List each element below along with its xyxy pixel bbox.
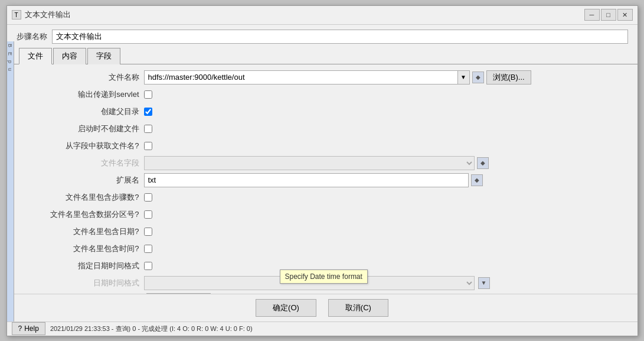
create-parent-label: 创建父目录 xyxy=(26,106,144,117)
filename-from-field-control xyxy=(144,142,152,150)
help-icon: ? xyxy=(18,324,22,333)
datetime-format-dropdown-btn[interactable]: ▼ xyxy=(478,277,490,289)
cancel-button[interactable]: 取消(C) xyxy=(328,299,388,317)
filename-input[interactable] xyxy=(145,71,457,84)
extension-diamond-btn[interactable]: ◆ xyxy=(471,174,483,186)
filename-field-select[interactable] xyxy=(144,156,475,170)
minimize-button[interactable]: ─ xyxy=(584,9,600,21)
include-stepcount-checkbox[interactable] xyxy=(144,193,152,202)
filename-label: 文件名称 xyxy=(26,72,144,83)
include-stepcount-row: 文件名里包含步骤数? xyxy=(26,190,626,204)
tab-bar: 文件 内容 字段 xyxy=(7,47,638,64)
create-parent-control xyxy=(144,108,152,116)
filename-dropdown-btn[interactable]: ▼ xyxy=(457,71,469,84)
output-servlet-row: 输出传递到servlet xyxy=(26,87,626,102)
content-area: 文件名称 ▼ ◆ 浏览(B)... 输出传递到servlet 创建父目录 xyxy=(14,64,638,294)
filename-field-row: 文件名字段 ◆ xyxy=(26,156,626,170)
extension-control: ◆ xyxy=(144,173,483,187)
include-time-label: 文件名里包含时间? xyxy=(26,243,144,254)
browse-button[interactable]: 浏览(B)... xyxy=(486,70,531,85)
ok-button[interactable]: 确定(O) xyxy=(256,299,316,317)
main-window: B E p u T 文本文件输出 ─ □ ✕ 步骤名称 文件 内容 字段 xyxy=(6,5,638,336)
no-create-startup-row: 启动时不创建文件 xyxy=(26,122,626,136)
include-time-row: 文件名里包含时间? xyxy=(26,242,626,256)
include-time-control xyxy=(144,245,152,253)
include-partnumber-label: 文件名里包含数据分区号? xyxy=(26,209,144,220)
step-name-label: 步骤名称 xyxy=(17,31,47,42)
title-bar: T 文本文件输出 ─ □ ✕ xyxy=(7,6,638,25)
datetime-format-control: ▼ xyxy=(144,276,490,290)
include-date-row: 文件名里包含日期? xyxy=(26,225,626,239)
title-controls: ─ □ ✕ xyxy=(584,9,633,21)
filename-from-field-label: 从字段中获取文件名? xyxy=(26,141,144,151)
edge-label-b: B xyxy=(7,41,13,50)
step-name-row: 步骤名称 xyxy=(7,25,638,47)
filename-from-field-checkbox[interactable] xyxy=(144,142,152,150)
title-bar-left: T 文本文件输出 xyxy=(12,9,71,20)
close-button[interactable]: ✕ xyxy=(617,9,633,21)
filename-control: ▼ ◆ 浏览(B)... xyxy=(144,70,531,85)
include-partnumber-row: 文件名里包含数据分区号? xyxy=(26,207,626,222)
no-create-startup-control xyxy=(144,125,152,133)
include-date-control xyxy=(144,228,152,236)
include-partnumber-control xyxy=(144,210,152,219)
datetime-format-label: 日期时间格式 xyxy=(26,278,144,288)
include-date-label: 文件名里包含日期? xyxy=(26,226,144,237)
specify-datetime-row: 指定日期时间格式 Specify Date time format xyxy=(26,259,626,273)
output-servlet-checkbox[interactable] xyxy=(144,90,152,99)
extension-input[interactable] xyxy=(144,173,469,187)
window-title: 文本文件输出 xyxy=(25,9,71,20)
include-date-checkbox[interactable] xyxy=(144,228,152,236)
include-partnumber-checkbox[interactable] xyxy=(144,210,152,219)
specify-datetime-checkbox[interactable] xyxy=(144,262,152,270)
status-log-text: 2021/01/29 21:33:53 - 查询) 0 - 完成处理 (I: 4… xyxy=(50,324,253,333)
filename-diamond-btn[interactable]: ◆ xyxy=(472,72,484,83)
help-button[interactable]: ? Help xyxy=(12,322,45,335)
extension-label: 扩展名 xyxy=(26,175,144,186)
filename-field-diamond-btn[interactable]: ◆ xyxy=(477,157,489,169)
step-name-input[interactable] xyxy=(52,30,628,44)
restore-button[interactable]: □ xyxy=(601,9,616,21)
include-time-checkbox[interactable] xyxy=(144,245,152,253)
include-stepcount-control xyxy=(144,193,152,202)
output-servlet-control xyxy=(144,90,152,99)
edge-label-p: p xyxy=(7,58,13,66)
filename-combo: ▼ xyxy=(144,70,470,85)
datetime-format-row: 日期时间格式 ▼ xyxy=(26,276,626,290)
no-create-startup-label: 启动时不创建文件 xyxy=(26,124,144,134)
specify-datetime-control: Specify Date time format xyxy=(144,262,152,270)
left-edge: B E p u xyxy=(7,41,14,321)
window-icon: T xyxy=(12,10,21,20)
tab-content[interactable]: 内容 xyxy=(53,48,86,64)
include-stepcount-label: 文件名里包含步骤数? xyxy=(26,192,144,203)
filename-row: 文件名称 ▼ ◆ 浏览(B)... xyxy=(26,70,626,85)
no-create-startup-checkbox[interactable] xyxy=(144,125,152,133)
status-bar: ? Help 2021/01/29 21:33:53 - 查询) 0 - 完成处… xyxy=(7,321,638,336)
tab-fields[interactable]: 字段 xyxy=(87,48,120,64)
tab-file[interactable]: 文件 xyxy=(19,48,52,64)
bottom-bar: 确定(O) 取消(C) xyxy=(7,294,638,321)
edge-label-u: u xyxy=(7,66,13,73)
help-label: Help xyxy=(24,324,39,333)
edge-label-e: E xyxy=(7,50,13,58)
filename-field-label: 文件名字段 xyxy=(26,158,144,168)
create-parent-checkbox[interactable] xyxy=(144,108,152,116)
filename-from-field-row: 从字段中获取文件名? xyxy=(26,139,626,153)
create-parent-row: 创建父目录 xyxy=(26,105,626,119)
output-servlet-label: 输出传递到servlet xyxy=(26,89,144,100)
filename-field-control: ◆ xyxy=(144,156,489,170)
datetime-format-select[interactable] xyxy=(144,276,475,290)
extension-row: 扩展名 ◆ xyxy=(26,173,626,187)
specify-datetime-label: 指定日期时间格式 xyxy=(26,261,144,271)
